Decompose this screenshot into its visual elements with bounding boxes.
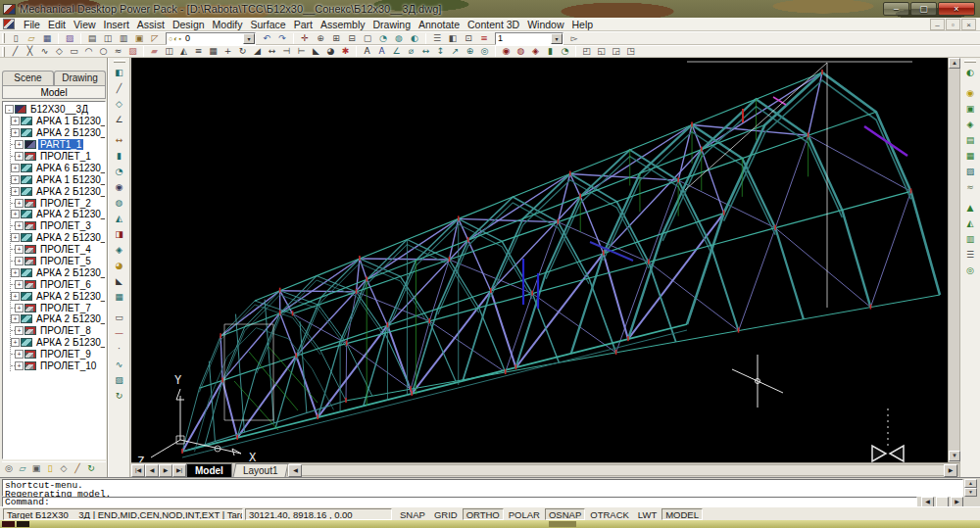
print-button[interactable]: ▤ xyxy=(84,32,100,45)
hole-feature-button[interactable]: ◉ xyxy=(111,179,128,195)
angular-dimension-button[interactable]: ∠ xyxy=(389,45,404,58)
single-line-text-button[interactable]: A xyxy=(360,45,374,58)
erase-button[interactable]: ▰ xyxy=(147,45,162,58)
shell-feature-button[interactable]: ◍ xyxy=(111,195,128,211)
multiline-text-button[interactable]: A xyxy=(374,45,389,58)
prev-tab-button[interactable]: ◀ xyxy=(145,464,159,477)
tree-item-арка-2-б1230-4[interactable]: +АРКА 2 Б1230_4 xyxy=(11,232,105,244)
layout1-tab[interactable]: Layout1 xyxy=(232,463,288,477)
expand-toggle[interactable]: + xyxy=(11,338,20,347)
revolve-button[interactable]: ◔ xyxy=(558,45,572,58)
diameter-dimension-button[interactable]: ⌀ xyxy=(404,45,418,58)
menu-window[interactable]: Window xyxy=(523,19,567,30)
expand-toggle[interactable]: + xyxy=(15,361,24,370)
paste-clip-button[interactable]: ▣ xyxy=(131,32,147,45)
title-bar[interactable]: Mechanical Desktop Power Pack - [D:\Rabo… xyxy=(0,0,980,18)
expand-toggle[interactable]: + xyxy=(11,117,20,125)
tree-item-root[interactable]: -Б12X30__3Д xyxy=(5,104,105,116)
ortho-toggle[interactable]: ORTHO xyxy=(463,508,504,520)
zoom-realtime-button[interactable]: ⊕ xyxy=(313,32,328,45)
toolbar-grip[interactable] xyxy=(114,60,125,63)
trim-button[interactable]: ⊣ xyxy=(279,45,294,58)
tab-drawing[interactable]: Drawing xyxy=(54,71,106,85)
browser-update-button[interactable]: ↻ xyxy=(84,462,98,475)
mdi-minimize-button[interactable]: – xyxy=(930,19,945,30)
menu-view[interactable]: View xyxy=(70,19,100,30)
offset-button[interactable]: ≡ xyxy=(191,45,206,58)
viewport-3-button[interactable]: ◲ xyxy=(609,45,623,58)
3d-path-button[interactable]: ∿ xyxy=(111,357,128,372)
circle-button[interactable]: ○ xyxy=(96,45,111,58)
osnap-toggle[interactable]: OSNAP xyxy=(545,508,585,520)
model-tab[interactable]: Model xyxy=(186,463,232,477)
expand-toggle[interactable]: + xyxy=(11,314,20,323)
menu-edit[interactable]: Edit xyxy=(44,19,70,30)
snap-toggle[interactable]: SNAP xyxy=(396,508,429,520)
array-button[interactable]: ▦ xyxy=(206,45,220,58)
menu-content-3d[interactable]: Content 3D xyxy=(464,19,523,30)
save-file-button[interactable]: ▦ xyxy=(39,32,55,45)
rotate-button[interactable]: ↻ xyxy=(235,45,250,58)
part-modeling-button[interactable]: ◧ xyxy=(111,65,128,80)
work-plane-button[interactable]: ▭ xyxy=(111,310,128,325)
menu-insert[interactable]: Insert xyxy=(100,19,133,30)
expand-toggle[interactable]: + xyxy=(11,210,20,218)
match-properties-button[interactable]: ◸ xyxy=(147,32,163,45)
polygon-button[interactable]: ◇ xyxy=(52,45,67,58)
union-button[interactable]: ◉ xyxy=(499,45,514,58)
expand-toggle[interactable]: + xyxy=(11,164,20,172)
render-preferences-button[interactable]: ◎ xyxy=(961,263,979,278)
mdi-restore-button[interactable]: ▫ xyxy=(946,19,960,30)
tree-item-арка-2-б1230-2[interactable]: +АРКА 2 Б1230_2 xyxy=(11,185,105,197)
object-properties-button[interactable]: ☰ xyxy=(429,32,445,45)
wireframe-model[interactable]: YZX xyxy=(131,58,948,462)
stretch-button[interactable]: ↔ xyxy=(265,45,279,58)
chamfer-button[interactable]: ◣ xyxy=(309,45,323,58)
menu-assist[interactable]: Assist xyxy=(133,19,169,30)
expand-toggle[interactable]: + xyxy=(15,140,24,149)
render-scene-button[interactable]: ◐ xyxy=(407,32,422,45)
expand-toggle[interactable]: + xyxy=(15,199,24,208)
pattern-feature-button[interactable]: ▦ xyxy=(111,289,128,305)
layer-combo[interactable]: ○◐▪0▾ xyxy=(166,32,256,45)
drawing-area[interactable]: YZX ▲ ▼ |◀ ◀ ▶ ▶| Model Layout1 ◀ ▶ xyxy=(131,58,959,477)
expand-toggle[interactable]: + xyxy=(11,292,20,301)
menu-design[interactable]: Design xyxy=(169,19,209,30)
menu-part[interactable]: Part xyxy=(290,19,317,30)
split-feature-button[interactable]: ◨ xyxy=(111,226,128,242)
render-statistics-button[interactable]: ☰ xyxy=(961,247,979,263)
history-scroll-up-button[interactable]: ▲ xyxy=(964,479,977,488)
scale-combo[interactable]: 1▾ xyxy=(495,32,564,45)
menu-help[interactable]: Help xyxy=(568,19,598,30)
expand-toggle[interactable]: + xyxy=(11,233,20,242)
expand-toggle[interactable]: + xyxy=(15,350,24,359)
rectangle-button[interactable]: ▭ xyxy=(67,45,81,58)
open-file-button[interactable]: ▱ xyxy=(24,32,39,45)
menu-surface[interactable]: Surface xyxy=(247,19,290,30)
landscape-library-button[interactable]: ▥ xyxy=(961,231,979,247)
first-tab-button[interactable]: |◀ xyxy=(131,464,145,477)
maximize-button[interactable]: ▢ xyxy=(910,2,937,16)
scroll-right-button[interactable]: ▶ xyxy=(944,464,957,477)
horizontal-scrollbar[interactable]: ◀ ▶ xyxy=(287,464,958,476)
vertical-scrollbar[interactable]: ▲ ▼ xyxy=(948,58,959,462)
line-button[interactable]: ╱ xyxy=(8,45,23,58)
toolbar-grip[interactable] xyxy=(2,33,5,43)
spline-button[interactable]: ≈ xyxy=(111,45,125,58)
mapping-button[interactable]: ▦ xyxy=(961,148,979,164)
browser-scene-button[interactable]: ▯ xyxy=(43,462,57,475)
landscape-edit-button[interactable]: ◭ xyxy=(961,216,979,231)
undo-button[interactable]: ↶ xyxy=(259,32,274,45)
fillet-feature-button[interactable]: ◕ xyxy=(111,258,128,273)
tree-item-пролет-5[interactable]: +ПРОЛЕТ_5 xyxy=(11,256,105,267)
browser-part-button[interactable]: ▱ xyxy=(16,462,29,475)
expand-toggle[interactable]: + xyxy=(15,152,24,161)
materials-button[interactable]: ◈ xyxy=(961,117,979,132)
tree-item-part1-1[interactable]: +PART1_1 xyxy=(11,139,105,151)
tree-item-пролет-4[interactable]: +ПРОЛЕТ_4 xyxy=(11,244,105,256)
copy-object-button[interactable]: ◫ xyxy=(162,45,176,58)
viewport-1-button[interactable]: ◰ xyxy=(579,45,594,58)
extend-button[interactable]: ⊢ xyxy=(294,45,309,58)
redo-button[interactable]: ↷ xyxy=(274,32,290,45)
tree-item-арка-2-б1230-1[interactable]: +АРКА 2 Б1230_1 xyxy=(11,127,105,139)
